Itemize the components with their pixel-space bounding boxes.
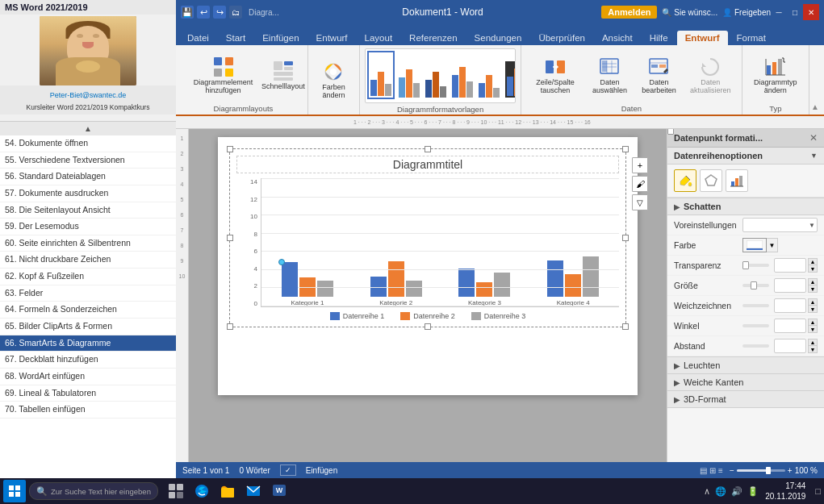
- schatten-section-header[interactable]: ▶ Schatten: [667, 198, 824, 215]
- style-preview-1[interactable]: [367, 51, 395, 99]
- edge-btn[interactable]: [190, 480, 213, 502]
- save-icon[interactable]: 💾: [181, 6, 194, 19]
- datenreihen-header[interactable]: Datenreihenoptionen ▼: [667, 148, 824, 165]
- handle-bl[interactable]: [227, 323, 233, 330]
- diagrammtyp-btn[interactable]: Diagrammtyp ändern: [747, 54, 804, 97]
- farben-btn[interactable]: Farben ändern: [313, 59, 354, 102]
- weichzeichnen-up[interactable]: ▲: [808, 298, 818, 306]
- bar-1-3[interactable]: [317, 281, 333, 297]
- zoom-slider[interactable]: [737, 469, 785, 472]
- sidebar-item-65[interactable]: 65. Bilder ClipArts & Formen: [0, 319, 176, 335]
- abstand-up[interactable]: ▲: [808, 339, 818, 346]
- style-preview-3[interactable]: [424, 51, 448, 99]
- chart-filter-btn[interactable]: ▽: [632, 194, 648, 210]
- bar-2-3[interactable]: [406, 281, 422, 297]
- sidebar-item-56[interactable]: 56. Standard Dateiablagen: [0, 169, 176, 185]
- groesse-input[interactable]: [774, 278, 806, 293]
- undo-icon[interactable]: ↩: [197, 6, 210, 19]
- anmelden-button[interactable]: Anmelden: [601, 6, 657, 19]
- chart-title[interactable]: Diagrammtitel: [236, 156, 619, 173]
- bar-2-2[interactable]: [388, 261, 404, 297]
- zoom-thumb[interactable]: [766, 467, 771, 474]
- transparenz-input[interactable]: [774, 258, 806, 273]
- leuchten-section-header[interactable]: ▶ Leuchten: [667, 356, 824, 374]
- style-preview-4[interactable]: [450, 51, 475, 99]
- tab-entwurf-chart[interactable]: Entwurf: [677, 31, 728, 45]
- sidebar-item-67[interactable]: 67. Deckblatt hinzufügen: [0, 352, 176, 369]
- style-preview-5[interactable]: [477, 51, 501, 99]
- tab-referenzen[interactable]: Referenzen: [401, 31, 465, 45]
- sidebar-item-60[interactable]: 60. Seite einrichten & Silbentrenn: [0, 235, 176, 252]
- handle-mr[interactable]: [622, 235, 629, 241]
- format-tab-series[interactable]: [726, 169, 748, 192]
- tab-ueberprufen[interactable]: Überprüfen: [530, 31, 593, 45]
- bar-4-3[interactable]: [583, 256, 599, 297]
- sidebar-item-61[interactable]: 61. Nicht druckbare Zeichen: [0, 252, 176, 269]
- minimize-button[interactable]: ─: [771, 4, 787, 20]
- daten-auswaehlen-btn[interactable]: Daten auswählen: [586, 54, 634, 97]
- abstand-slider[interactable]: [742, 344, 769, 348]
- tab-hilfe[interactable]: Hilfe: [642, 31, 676, 45]
- maximize-button[interactable]: □: [787, 4, 803, 20]
- diagramm-element-btn[interactable]: + Diagrammelement hinzufügen: [184, 54, 262, 97]
- speaker-icon[interactable]: 🔊: [731, 486, 742, 497]
- sidebar-item-58[interactable]: 58. Die Seitenlayout Ansicht: [0, 202, 176, 219]
- tab-format-chart[interactable]: Format: [729, 31, 774, 45]
- bar-3-3[interactable]: [494, 273, 510, 297]
- chat-btn[interactable]: W: [268, 480, 291, 502]
- freigeben-btn[interactable]: 👤 Freigeben: [722, 8, 771, 17]
- farbe-color-box[interactable]: [742, 238, 767, 252]
- voreinstellungen-dropdown[interactable]: ▼: [809, 222, 815, 229]
- format-panel-close-btn[interactable]: ✕: [809, 132, 818, 144]
- groesse-thumb[interactable]: [751, 281, 757, 289]
- start-button[interactable]: [3, 480, 26, 502]
- weichzeichnen-slider[interactable]: [742, 304, 769, 307]
- transparenz-thumb[interactable]: [742, 261, 749, 269]
- chart-layout-btn[interactable]: +: [632, 157, 648, 173]
- winkel-up[interactable]: ▲: [808, 319, 818, 326]
- transparenz-slider[interactable]: [742, 264, 769, 267]
- bar-1-2[interactable]: [299, 277, 316, 297]
- bar-4-2[interactable]: [565, 274, 581, 297]
- zeile-spalte-btn[interactable]: Zeile/Spalte tauschen: [526, 54, 584, 97]
- style-preview-2[interactable]: [397, 51, 421, 99]
- weichzeichnen-input[interactable]: [774, 298, 806, 313]
- battery-icon[interactable]: 🔋: [747, 486, 759, 497]
- mail-btn[interactable]: [242, 480, 265, 502]
- bar-3-1[interactable]: [458, 269, 475, 297]
- transparenz-down[interactable]: ▼: [808, 265, 818, 273]
- 3d-section-header[interactable]: ▶ 3D-Format: [667, 391, 824, 408]
- chart-style-btn[interactable]: 🖌: [632, 176, 648, 192]
- bar-2-1[interactable]: [370, 277, 387, 297]
- close-button[interactable]: ✕: [803, 4, 819, 20]
- daten-aktualisieren-btn[interactable]: Daten aktualisieren: [684, 54, 737, 97]
- tab-start[interactable]: Start: [218, 31, 253, 45]
- taskbar-search[interactable]: 🔍 Zur Suche Text hier eingeben: [29, 482, 158, 500]
- tab-datei[interactable]: Datei: [179, 31, 217, 45]
- si-wunsch-btn[interactable]: 🔍 Sie wünsc...: [662, 8, 717, 17]
- weichzeichnen-down[interactable]: ▼: [808, 306, 818, 313]
- format-tab-effects[interactable]: [700, 169, 722, 192]
- sidebar-item-68[interactable]: 68. WordArt einfügen: [0, 369, 176, 385]
- farbe-dropdown-btn[interactable]: ▼: [767, 238, 778, 252]
- sidebar-item-57[interactable]: 57. Dokumente ausdrucken: [0, 185, 176, 202]
- tab-ansicht[interactable]: Ansicht: [594, 31, 641, 45]
- spelling-icon[interactable]: ✓: [280, 464, 296, 476]
- zoom-in-btn[interactable]: +: [788, 466, 793, 475]
- handle-tr[interactable]: [622, 146, 629, 152]
- sidebar-item-54[interactable]: 54. Dokumente öffnen: [0, 135, 176, 152]
- systray-up-btn[interactable]: ∧: [704, 486, 710, 497]
- customize-icon[interactable]: 🗂: [229, 6, 242, 19]
- winkel-down[interactable]: ▼: [808, 326, 818, 333]
- tab-entwurf[interactable]: Entwurf: [308, 31, 356, 45]
- view-print-btn[interactable]: ▤: [700, 466, 707, 475]
- network-icon[interactable]: 🌐: [715, 486, 726, 497]
- sidebar-item-64[interactable]: 64. Formeln & Sonderzeichen: [0, 302, 176, 319]
- view-read-btn[interactable]: ≡: [718, 466, 723, 475]
- taskbar-clock[interactable]: 17:44 20.11.2019: [765, 481, 805, 502]
- format-tab-fill[interactable]: [674, 169, 696, 192]
- tab-layout[interactable]: Layout: [357, 31, 401, 45]
- sidebar-item-55[interactable]: 55. Verschiedene Textversionen: [0, 152, 176, 169]
- winkel-slider[interactable]: [742, 324, 769, 327]
- tab-einfuegen[interactable]: Einfügen: [254, 31, 307, 45]
